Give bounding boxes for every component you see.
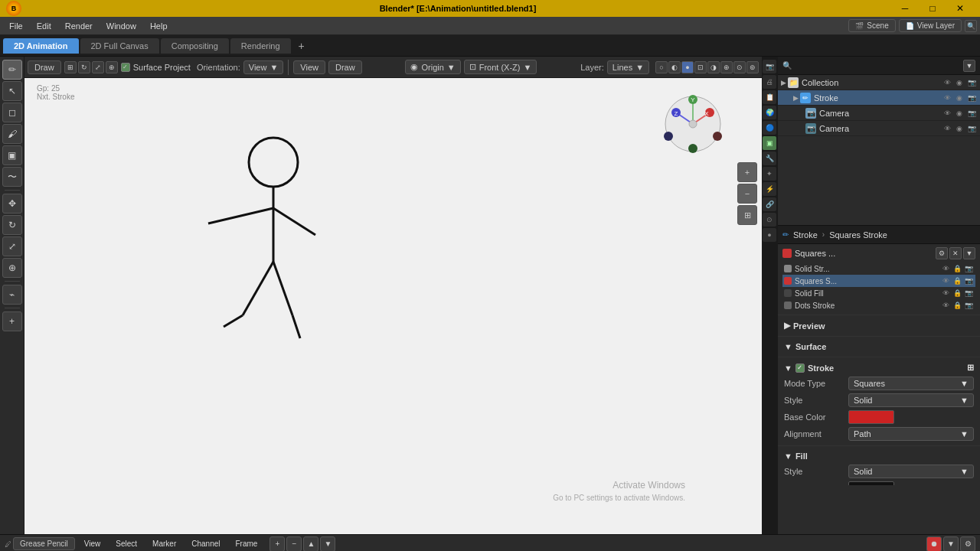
mat2-lock-icon[interactable]: 🔒 (952, 288, 962, 298)
timeline-marker[interactable]: Marker (146, 538, 182, 549)
scale-icon[interactable]: ⤢ (92, 61, 104, 73)
shading-solid-icon[interactable]: ○ (655, 61, 668, 73)
stroke-style-dropdown[interactable]: Solid ▼ (848, 393, 974, 407)
timeline-channel[interactable]: Channel (185, 538, 226, 549)
data-props-icon[interactable]: ⊙ (763, 213, 776, 227)
mat3-lock-icon[interactable]: 🔒 (952, 300, 962, 311)
viewport-gizmo[interactable]: X Y Z (662, 93, 724, 155)
mode-type-dropdown[interactable]: Squares ▼ (848, 377, 974, 390)
camera1-eye-icon[interactable]: 👁 (942, 108, 952, 119)
scene-selector[interactable]: 🎬 Scene (848, 19, 895, 32)
menu-window[interactable]: Window (100, 20, 142, 32)
zoom-in-btn[interactable]: + (737, 162, 757, 182)
tool-move[interactable]: ✥ (2, 194, 22, 214)
mat1-lock-icon[interactable]: 🔒 (952, 276, 962, 286)
tool-add[interactable]: + (2, 311, 22, 331)
zoom-out-btn[interactable]: − (737, 184, 757, 204)
outliner-item-stroke[interactable]: ▶ ✏ Stroke 👁 ◉ 📷 (778, 90, 980, 106)
minimize-button[interactable]: ─ (891, 0, 919, 17)
mat-squares-s[interactable]: Squares S... 👁 🔒 📷 (782, 275, 975, 287)
mat-solid-fill[interactable]: Solid Fill 👁 🔒 📷 (782, 287, 975, 299)
tab-rendering[interactable]: Rendering (230, 38, 291, 54)
tab-2d-full-canvas[interactable]: 2D Full Canvas (80, 38, 159, 54)
view-dropdown[interactable]: View ▼ (243, 60, 284, 74)
timeline-record-btn[interactable]: ⏺ (926, 536, 942, 552)
view-layer-props-icon[interactable]: 📋 (763, 90, 776, 104)
object-props-icon[interactable]: ▣ (763, 136, 776, 150)
remove-track-btn[interactable]: − (286, 536, 302, 552)
gp-dropdown[interactable]: Grease Pencil (13, 537, 75, 550)
mat1-render-icon[interactable]: 📷 (963, 276, 974, 286)
maximize-button[interactable]: □ (919, 0, 946, 17)
timeline-frame[interactable]: Frame (230, 538, 264, 549)
menu-edit[interactable]: Edit (31, 20, 57, 32)
front-xz-dropdown[interactable]: ⊡ Front (X-Z) ▼ (464, 60, 537, 74)
menu-file[interactable]: File (3, 20, 29, 32)
modifier-props-icon[interactable]: 🔧 (763, 152, 776, 165)
stroke-section-header[interactable]: ▼ ✓ Stroke ⊞ (784, 360, 974, 375)
outliner-item-camera1[interactable]: 📷 Camera 👁 ◉ 📷 (778, 106, 980, 121)
mat0-render-icon[interactable]: 📷 (963, 263, 974, 274)
fill-style-dropdown[interactable]: Solid ▼ (848, 465, 974, 478)
mat0-lock-icon[interactable]: 🔒 (952, 263, 962, 274)
tool-transform[interactable]: ⊕ (2, 258, 22, 278)
tab-2d-animation[interactable]: 2D Animation (3, 38, 79, 54)
viewport-canvas[interactable]: Gp: 25 Nxt. Stroke (24, 78, 762, 534)
view-btn[interactable]: View (293, 60, 325, 74)
mat3-eye-icon[interactable]: 👁 (940, 300, 951, 311)
mat-filter-icon[interactable]: ▼ (963, 247, 975, 259)
tool-draw[interactable]: ✏ (2, 60, 22, 80)
fill-section-header[interactable]: ▼ Fill (784, 449, 974, 463)
mat2-render-icon[interactable]: 📷 (963, 288, 974, 298)
proportional-icon[interactable]: ⊚ (746, 61, 759, 73)
surface-header[interactable]: ▼ Surface (784, 340, 974, 354)
collection-select-icon[interactable]: ◉ (954, 77, 965, 88)
mat2-eye-icon[interactable]: 👁 (940, 288, 951, 298)
menu-help[interactable]: Help (144, 20, 174, 32)
outliner-item-collection[interactable]: ▶ 📁 Collection 👁 ◉ 📷 (778, 75, 980, 90)
track-up-btn[interactable]: ▲ (303, 536, 318, 552)
timeline-options-btn[interactable]: ⚙ (960, 536, 975, 552)
shading-rendered-icon[interactable]: ● (681, 61, 694, 73)
constraints-props-icon[interactable]: 🔗 (763, 197, 776, 211)
mat-add-icon[interactable]: ✕ (949, 247, 962, 259)
gizmo-icon[interactable]: ⊕ (720, 61, 733, 73)
mat0-eye-icon[interactable]: 👁 (940, 263, 951, 274)
camera2-eye-icon[interactable]: 👁 (942, 123, 952, 134)
shading-wireframe-icon[interactable]: ⊡ (694, 61, 707, 73)
tool-select[interactable]: ↖ (2, 81, 22, 101)
menu-render[interactable]: Render (59, 20, 99, 32)
surface-project-checkbox[interactable]: ✓ (121, 63, 130, 72)
particles-props-icon[interactable]: ✦ (763, 167, 776, 181)
transform-icon[interactable]: ⊕ (106, 61, 118, 73)
tab-add[interactable]: + (292, 37, 311, 55)
tab-compositing[interactable]: Compositing (161, 38, 229, 54)
timeline-select[interactable]: Select (109, 538, 143, 549)
tool-eraser[interactable]: ◻ (2, 103, 22, 122)
tool-scale[interactable]: ⤢ (2, 236, 22, 256)
outliner-item-camera2[interactable]: 📷 Camera 👁 ◉ 📷 (778, 121, 980, 136)
outliner-filter-icon[interactable]: ▼ (963, 60, 975, 72)
tool-fill[interactable]: ▣ (2, 145, 22, 165)
fill-base-color-swatch[interactable] (848, 481, 894, 485)
camera1-render-icon[interactable]: 📷 (966, 108, 977, 119)
grid-btn[interactable]: ⊞ (737, 205, 757, 225)
stroke-render-icon[interactable]: 📷 (966, 93, 977, 103)
timeline-view[interactable]: View (78, 538, 107, 549)
timeline-filter-btn[interactable]: ▼ (943, 536, 959, 552)
mat3-render-icon[interactable]: 📷 (963, 300, 974, 311)
stroke-eye-icon[interactable]: 👁 (942, 93, 952, 103)
view-layer-selector[interactable]: 📄 View Layer (899, 19, 962, 32)
camera2-render-icon[interactable]: 📷 (966, 123, 977, 134)
tool-curve[interactable]: 〜 (2, 167, 22, 187)
material-props-icon[interactable]: ● (763, 228, 776, 242)
tool-paint[interactable]: 🖌 (2, 124, 22, 144)
track-down-btn[interactable]: ▼ (320, 536, 335, 552)
physics-props-icon[interactable]: ⚡ (763, 182, 776, 196)
collection-eye-icon[interactable]: 👁 (942, 77, 952, 88)
camera2-select-icon[interactable]: ◉ (954, 123, 965, 134)
world-props-icon[interactable]: 🔵 (763, 121, 776, 135)
mat-solid-str[interactable]: Solid Str... 👁 🔒 📷 (782, 262, 975, 275)
search-icon[interactable]: 🔍 (965, 20, 977, 32)
overlay-icon[interactable]: ◑ (707, 61, 720, 73)
